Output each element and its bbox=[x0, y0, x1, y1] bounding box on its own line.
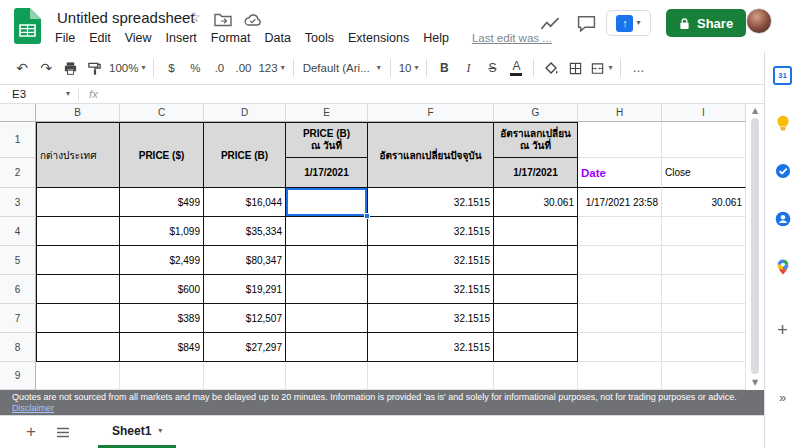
cloud-save-status-icon[interactable] bbox=[244, 13, 262, 27]
cell-c5[interactable]: $2,499 bbox=[120, 246, 204, 275]
star-icon[interactable]: ☆ bbox=[188, 9, 201, 25]
cell-f7[interactable]: 32.1515 bbox=[368, 304, 494, 333]
cell-h4[interactable] bbox=[578, 217, 662, 246]
cell-h3[interactable]: 1/17/2021 23:58 bbox=[578, 188, 662, 217]
header-b[interactable]: กต่างประเทศ bbox=[36, 122, 120, 188]
get-addons-button[interactable]: + bbox=[772, 319, 794, 341]
merge-cells-button[interactable]: ▾ bbox=[587, 56, 615, 80]
row-header-2[interactable]: 2 bbox=[0, 158, 36, 188]
header-g-date[interactable]: 1/17/2021 bbox=[494, 158, 578, 188]
present-to-meeting-button[interactable]: ↑ ▾ bbox=[606, 10, 651, 36]
fill-handle[interactable] bbox=[364, 213, 370, 219]
cell-c4[interactable]: $1,099 bbox=[120, 217, 204, 246]
insights-chart-icon[interactable] bbox=[540, 16, 560, 31]
header-i-close[interactable]: Close bbox=[662, 158, 746, 188]
keep-icon[interactable] bbox=[772, 112, 794, 134]
print-button[interactable] bbox=[58, 56, 82, 80]
comment-icon[interactable] bbox=[577, 15, 596, 32]
header-e-top[interactable]: PRICE (B) ณ วันที่ bbox=[286, 122, 368, 158]
cell-b9[interactable] bbox=[36, 362, 120, 390]
select-all-corner[interactable] bbox=[0, 104, 36, 122]
row-header-8[interactable]: 8 bbox=[0, 333, 36, 362]
disclaimer-link[interactable]: Disclaimer bbox=[12, 403, 54, 413]
row-header-3[interactable]: 3 bbox=[0, 188, 36, 217]
name-box[interactable]: E3 ▾ bbox=[0, 88, 78, 100]
cell-g9[interactable] bbox=[494, 362, 578, 390]
last-edit-link[interactable]: Last edit was ... bbox=[472, 32, 552, 44]
cell-b7[interactable] bbox=[36, 304, 120, 333]
maps-icon[interactable] bbox=[772, 256, 794, 278]
increase-decimal-button[interactable]: .00 bbox=[231, 56, 255, 80]
cell-f8[interactable]: 32.1515 bbox=[368, 333, 494, 362]
cell-g3[interactable]: 30.061 bbox=[494, 188, 578, 217]
header-h-date[interactable]: Date bbox=[578, 158, 662, 188]
undo-button[interactable]: ↶ bbox=[10, 56, 34, 80]
cell-c6[interactable]: $600 bbox=[120, 275, 204, 304]
menu-edit[interactable]: Edit bbox=[82, 29, 118, 47]
cell-e5[interactable] bbox=[286, 246, 368, 275]
format-currency-button[interactable]: $ bbox=[159, 56, 183, 80]
row-header-7[interactable]: 7 bbox=[0, 304, 36, 333]
borders-button[interactable] bbox=[563, 56, 587, 80]
cell-i8[interactable] bbox=[662, 333, 746, 362]
cell-d8[interactable]: $27,297 bbox=[204, 333, 286, 362]
cell-i7[interactable] bbox=[662, 304, 746, 333]
row-header-6[interactable]: 6 bbox=[0, 275, 36, 304]
row-header-5[interactable]: 5 bbox=[0, 246, 36, 275]
cell-h7[interactable] bbox=[578, 304, 662, 333]
cell-h6[interactable] bbox=[578, 275, 662, 304]
cell-b8[interactable] bbox=[36, 333, 120, 362]
font-size-select[interactable]: 10 ▾ bbox=[396, 56, 422, 80]
cell-i5[interactable] bbox=[662, 246, 746, 275]
col-header-e[interactable]: E bbox=[286, 104, 368, 122]
text-color-button[interactable]: A bbox=[504, 56, 528, 80]
fill-color-button[interactable] bbox=[539, 56, 563, 80]
formula-input[interactable] bbox=[110, 85, 764, 103]
cell-g8[interactable] bbox=[494, 333, 578, 362]
cell-g5[interactable] bbox=[494, 246, 578, 275]
menu-data[interactable]: Data bbox=[257, 29, 297, 47]
sheets-logo-icon[interactable] bbox=[14, 8, 41, 44]
cell-e4[interactable] bbox=[286, 217, 368, 246]
cell-f9[interactable] bbox=[368, 362, 494, 390]
cell-h1[interactable] bbox=[578, 122, 662, 158]
scroll-up-button[interactable]: ▲ bbox=[752, 104, 758, 116]
cell-b6[interactable] bbox=[36, 275, 120, 304]
cell-e7[interactable] bbox=[286, 304, 368, 333]
cell-f5[interactable]: 32.1515 bbox=[368, 246, 494, 275]
cell-h5[interactable] bbox=[578, 246, 662, 275]
cell-i6[interactable] bbox=[662, 275, 746, 304]
cell-i4[interactable] bbox=[662, 217, 746, 246]
cell-c9[interactable] bbox=[120, 362, 204, 390]
row-header-1[interactable]: 1 bbox=[0, 122, 36, 158]
menu-view[interactable]: View bbox=[118, 29, 159, 47]
cell-e9[interactable] bbox=[286, 362, 368, 390]
cell-g4[interactable] bbox=[494, 217, 578, 246]
header-c[interactable]: PRICE ($) bbox=[120, 122, 204, 188]
header-g-top[interactable]: อัตราแลกเปลี่ยน ณ วันที่ bbox=[494, 122, 578, 158]
tasks-icon[interactable] bbox=[772, 160, 794, 182]
scroll-down-button[interactable]: ▼ bbox=[752, 376, 758, 388]
menu-format[interactable]: Format bbox=[204, 29, 258, 47]
menu-file[interactable]: File bbox=[48, 29, 82, 47]
document-title[interactable]: Untitled spreadsheet bbox=[57, 9, 195, 26]
cell-i9[interactable] bbox=[662, 362, 746, 390]
cell-d6[interactable]: $19,291 bbox=[204, 275, 286, 304]
col-header-d[interactable]: D bbox=[204, 104, 286, 122]
decrease-decimal-button[interactable]: .0 bbox=[207, 56, 231, 80]
cell-d5[interactable]: $80,347 bbox=[204, 246, 286, 275]
vertical-scrollbar[interactable]: ▲ ▼ bbox=[748, 104, 762, 388]
menu-insert[interactable]: Insert bbox=[159, 29, 204, 47]
all-sheets-button[interactable] bbox=[52, 427, 74, 438]
calendar-icon[interactable]: 31 bbox=[772, 64, 794, 86]
bold-button[interactable]: B bbox=[432, 56, 456, 80]
cell-e3-selected[interactable] bbox=[286, 188, 368, 217]
header-e-date[interactable]: 1/17/2021 bbox=[286, 158, 368, 188]
cell-b4[interactable] bbox=[36, 217, 120, 246]
row-header-4[interactable]: 4 bbox=[0, 217, 36, 246]
cell-c7[interactable]: $389 bbox=[120, 304, 204, 333]
cell-f6[interactable]: 32.1515 bbox=[368, 275, 494, 304]
contacts-icon[interactable] bbox=[772, 208, 794, 230]
col-header-b[interactable]: B bbox=[36, 104, 120, 122]
cell-i3[interactable]: 30.061 bbox=[662, 188, 746, 217]
